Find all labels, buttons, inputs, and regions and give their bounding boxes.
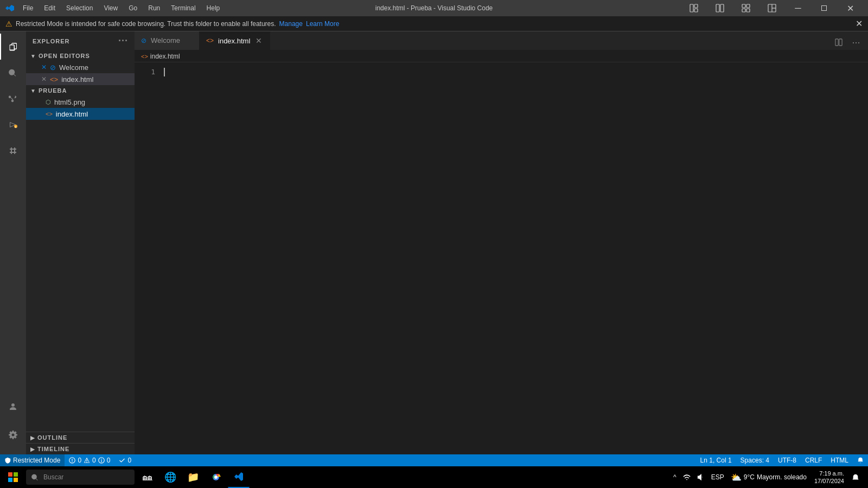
window-title: index.html - Prueba - Visual Studio Code: [375, 4, 493, 12]
activity-extensions[interactable]: [0, 138, 26, 164]
taskbar-vscode-app[interactable]: [228, 466, 250, 488]
file-index-html[interactable]: <> index.html: [26, 108, 135, 120]
activity-profile[interactable]: [0, 394, 26, 420]
taskbar-time: 7:19 a.m.: [814, 470, 844, 477]
svg-rect-3: [716, 4, 719, 12]
outline-toggle[interactable]: ▶ Outline: [26, 432, 135, 443]
prueba-section[interactable]: ▼ PRUEBA: [26, 85, 135, 96]
taskbar-wifi[interactable]: [681, 466, 693, 488]
svg-rect-0: [690, 4, 693, 12]
close-index-icon[interactable]: ✕: [41, 75, 47, 83]
png-file-icon: ⬡: [46, 99, 51, 106]
svg-rect-7: [742, 9, 745, 12]
activity-search[interactable]: [0, 60, 26, 86]
line-ending-status[interactable]: CRLF: [801, 454, 826, 466]
start-button[interactable]: [2, 466, 24, 488]
errors-status[interactable]: 0 0 0: [65, 454, 114, 466]
taskbar-town-app[interactable]: 🏘: [137, 466, 158, 488]
taskbar-notification[interactable]: [850, 466, 861, 488]
tab-welcome-label: Welcome: [151, 36, 180, 44]
encoding-status[interactable]: UTF-8: [774, 454, 801, 466]
code-editor[interactable]: [162, 62, 868, 454]
taskbar-chrome-app[interactable]: [205, 466, 227, 488]
taskbar-sound[interactable]: [695, 466, 707, 488]
file-html5-png[interactable]: ⬡ html5.png: [26, 96, 135, 108]
chrome-icon: [210, 472, 221, 483]
file-html5-png-label: html5.png: [54, 98, 85, 106]
svg-rect-26: [14, 472, 18, 477]
layout-split-icon[interactable]: [707, 0, 732, 16]
more-actions-button[interactable]: ···: [848, 35, 864, 50]
taskbar-weather[interactable]: ⛅ 9°C Mayorm. soleado: [729, 466, 809, 488]
tab-welcome[interactable]: ⊘ Welcome: [135, 31, 200, 50]
activity-run[interactable]: b: [0, 112, 26, 138]
open-editors-section[interactable]: ▼ Open Editors: [26, 50, 135, 61]
taskbar-chevron[interactable]: ^: [671, 466, 679, 488]
sidebar-header-actions: ···: [118, 35, 128, 47]
taskbar-globe-app[interactable]: 🌐: [159, 466, 181, 488]
editor-area[interactable]: 1: [135, 62, 868, 454]
menu-terminal[interactable]: Terminal: [167, 3, 200, 13]
svg-point-23: [101, 459, 102, 460]
activity-explorer[interactable]: [0, 34, 26, 60]
menu-file[interactable]: File: [18, 3, 37, 13]
maximize-button[interactable]: [812, 0, 837, 16]
chevron-right-icon: ▶: [30, 435, 35, 441]
welcome-tab-icon: ⊘: [50, 63, 56, 72]
notifications-status[interactable]: [853, 454, 868, 466]
no-problems-status[interactable]: 0: [114, 454, 136, 466]
banner-manage-link[interactable]: Manage: [279, 20, 303, 28]
open-editor-welcome[interactable]: ✕ ⊘ Welcome: [26, 61, 135, 73]
layout-grid-icon[interactable]: [733, 0, 758, 16]
activity-bar: b: [0, 31, 26, 454]
activity-source-control[interactable]: [0, 86, 26, 112]
menu-selection[interactable]: Selection: [62, 3, 97, 13]
breadcrumb-filename[interactable]: index.html: [150, 53, 180, 60]
svg-point-30: [214, 476, 218, 479]
chevron-up-icon: ^: [673, 473, 676, 481]
menu-view[interactable]: View: [99, 3, 122, 13]
welcome-tab-icon-2: ⊘: [141, 37, 146, 44]
sidebar-more-icon[interactable]: ···: [118, 35, 128, 47]
taskbar-lang[interactable]: ESP: [709, 466, 726, 488]
minimize-button[interactable]: ─: [786, 0, 810, 16]
open-editor-index-label: index.html: [61, 75, 93, 84]
split-editor-button[interactable]: [831, 35, 846, 50]
settings-icon: [9, 431, 17, 439]
activity-settings[interactable]: [0, 422, 26, 448]
tab-index-html[interactable]: <> index.html ✕: [200, 31, 270, 50]
html-file-icon-2: <>: [46, 111, 53, 117]
taskbar-search-icon: [31, 473, 39, 481]
shield-icon: [4, 457, 11, 464]
vscode-logo-icon: [5, 4, 14, 12]
taskbar-apps: 🏘 🌐 📁: [137, 466, 250, 488]
no-problems-count: 0: [127, 457, 131, 464]
close-button[interactable]: ✕: [838, 0, 863, 16]
menu-go[interactable]: Go: [124, 3, 142, 13]
banner-learn-more-link[interactable]: Learn More: [306, 20, 339, 28]
taskbar-search-box[interactable]: Buscar: [26, 470, 135, 485]
errors-count: 0: [78, 457, 81, 464]
html-tab-icon: <>: [206, 37, 214, 44]
spaces-status[interactable]: Spaces: 4: [736, 454, 774, 466]
taskbar-folder-app[interactable]: 📁: [182, 466, 204, 488]
svg-rect-4: [720, 4, 724, 12]
cursor-position-status[interactable]: Ln 1, Col 1: [696, 454, 736, 466]
open-editor-index-html[interactable]: ✕ <> index.html: [26, 73, 135, 85]
layout-icon[interactable]: [681, 0, 706, 16]
profile-icon: [9, 402, 17, 411]
menu-edit[interactable]: Edit: [40, 3, 60, 13]
chevron-right-icon-2: ▶: [30, 446, 35, 452]
menu-run[interactable]: Run: [144, 3, 164, 13]
banner-close-button[interactable]: ✕: [856, 18, 863, 29]
tab-close-button[interactable]: ✕: [254, 35, 263, 46]
encoding-label: UTF-8: [778, 457, 796, 464]
layout-custom-icon[interactable]: [760, 0, 784, 16]
language-status[interactable]: HTML: [826, 454, 853, 466]
timeline-toggle[interactable]: ▶ Timeline: [26, 444, 135, 454]
taskbar-clock[interactable]: 7:19 a.m. 17/07/2024: [811, 470, 847, 485]
restricted-mode-status[interactable]: Restricted Mode: [0, 454, 65, 466]
town-icon: 🏘: [143, 472, 152, 483]
run-icon: b: [9, 120, 17, 129]
menu-help[interactable]: Help: [202, 3, 225, 13]
